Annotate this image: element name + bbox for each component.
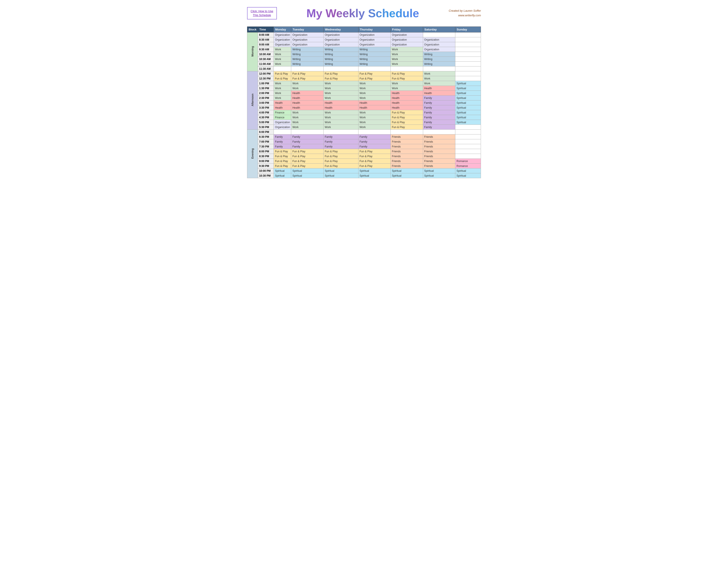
schedule-cell: Organization — [274, 125, 291, 130]
schedule-cell: Organization — [274, 37, 291, 42]
schedule-cell — [455, 134, 481, 139]
schedule-cell: Work — [391, 52, 423, 57]
schedule-cell: Family — [358, 139, 391, 144]
schedule-cell: Organization — [291, 37, 324, 42]
time-cell: 7:00 PM — [258, 139, 274, 144]
schedule-cell: Spiritual — [423, 173, 455, 178]
time-cell: 12:00 PM — [258, 71, 274, 76]
schedule-cell: Writing — [423, 62, 455, 66]
schedule-cell: Fun & Play — [358, 164, 391, 168]
how-to-use-line2: This Schedule — [253, 13, 271, 17]
schedule-cell: Friends — [423, 134, 455, 139]
schedule-cell — [455, 76, 481, 81]
schedule-cell: Family — [324, 144, 358, 149]
schedule-cell: Work — [274, 81, 291, 86]
time-cell: 1:00 PM — [258, 81, 274, 86]
schedule-cell: Work — [324, 115, 358, 120]
schedule-cell: Work — [358, 81, 391, 86]
page-header: Click: How to Use This Schedule My Weekl… — [247, 4, 481, 22]
table-row: 11:00 AMWorkWritingWritingWritingWorkWri… — [247, 62, 481, 66]
schedule-cell — [274, 66, 291, 71]
schedule-cell: Work — [391, 47, 423, 52]
time-cell: 1:30 PM — [258, 86, 274, 91]
schedule-cell: Family — [324, 139, 358, 144]
schedule-cell: Friends — [423, 154, 455, 159]
table-row: 9:30 PMFun & PlayFun & PlayFun & PlayFun… — [247, 164, 481, 168]
schedule-cell: Writing — [291, 57, 324, 62]
schedule-cell: Fun & Play — [391, 125, 423, 130]
schedule-cell: Fun & Play — [274, 149, 291, 154]
schedule-cell: Writing — [358, 57, 391, 62]
schedule-cell: Writing — [324, 62, 358, 66]
schedule-cell: Fun & Play — [391, 110, 423, 115]
author-info: Created by Lauren Soffer www.writerfly.c… — [449, 9, 481, 18]
schedule-cell — [455, 42, 481, 47]
schedule-cell: Family — [423, 100, 455, 105]
schedule-cell: Work — [291, 125, 324, 130]
schedule-table: Block Time Monday Tuesday Wednesday Thur… — [247, 26, 481, 178]
table-row: 8:00 PMFun & PlayFun & PlayFun & PlayFun… — [247, 149, 481, 154]
schedule-cell: Writing — [291, 52, 324, 57]
schedule-cell: Spiritual — [391, 168, 423, 173]
schedule-cell: Fun & Play — [324, 76, 358, 81]
schedule-cell: Romance — [455, 164, 481, 168]
table-row: 3:30 PMHealthHealthHealthHealthHealthFam… — [247, 105, 481, 110]
schedule-cell: Organization — [358, 32, 391, 37]
time-cell: 12:30 PM — [258, 76, 274, 81]
schedule-cell: Friends — [391, 134, 423, 139]
schedule-cell: Fun & Play — [274, 71, 291, 76]
table-row: 8:30 AMOrganizationOrganizationOrganizat… — [247, 37, 481, 42]
schedule-cell: Family — [423, 125, 455, 130]
schedule-cell: Family — [324, 134, 358, 139]
table-row: 4:00 PMFinanceWorkWorkWorkFun & PlayFami… — [247, 110, 481, 115]
schedule-cell: Spiritual — [455, 120, 481, 125]
schedule-cell: Spiritual — [291, 173, 324, 178]
table-row: 11:30 AM — [247, 66, 481, 71]
schedule-cell: Writing — [423, 52, 455, 57]
time-cell: 8:00 AM — [258, 32, 274, 37]
schedule-cell: Health — [291, 105, 324, 110]
schedule-cell: Spiritual — [455, 115, 481, 120]
table-row: 9:30 AMWorkWritingWritingWritingWorkOrga… — [247, 47, 481, 52]
schedule-cell: Health — [423, 91, 455, 96]
schedule-cell: Writing — [291, 47, 324, 52]
schedule-cell: Family — [274, 139, 291, 144]
schedule-cell — [358, 66, 391, 71]
schedule-cell: Work — [358, 86, 391, 91]
schedule-cell: Work — [324, 81, 358, 86]
schedule-cell: Work — [291, 110, 324, 115]
block-cell-afternoon: Afternoon — [247, 71, 258, 130]
header-tuesday: Tuesday — [291, 27, 324, 32]
schedule-cell: Fun & Play — [391, 115, 423, 120]
schedule-cell: Fun & Play — [274, 154, 291, 159]
schedule-cell: Organization — [391, 37, 423, 42]
schedule-cell: Health — [291, 91, 324, 96]
schedule-cell: Work — [291, 120, 324, 125]
schedule-cell: Organization — [423, 42, 455, 47]
schedule-cell: Fun & Play — [291, 76, 324, 81]
schedule-cell — [455, 125, 481, 130]
schedule-cell: Health — [391, 100, 423, 105]
author-website: www.writerfly.com — [458, 14, 481, 17]
schedule-cell: Work — [324, 91, 358, 96]
schedule-cell: Family — [291, 134, 324, 139]
schedule-cell — [455, 57, 481, 62]
schedule-cell: Fun & Play — [324, 164, 358, 168]
time-cell: 5:30 PM — [258, 125, 274, 130]
schedule-cell — [291, 130, 324, 134]
schedule-cell: Friends — [391, 139, 423, 144]
time-cell: 2:30 PM — [258, 96, 274, 100]
schedule-cell: Family — [423, 110, 455, 115]
time-cell: 4:30 PM — [258, 115, 274, 120]
schedule-cell: Writing — [324, 57, 358, 62]
table-row: 4:30 PMFinanceWorkWorkWorkFun & PlayFami… — [247, 115, 481, 120]
how-to-use-button[interactable]: Click: How to Use This Schedule — [247, 7, 277, 19]
time-cell: 9:00 AM — [258, 42, 274, 47]
schedule-cell: Friends — [391, 149, 423, 154]
schedule-cell: Fun & Play — [274, 76, 291, 81]
schedule-cell: Health — [291, 100, 324, 105]
time-cell: 3:00 PM — [258, 100, 274, 105]
block-cell-evening: Evening — [247, 130, 258, 178]
schedule-cell: Friends — [423, 139, 455, 144]
schedule-cell: Work — [291, 86, 324, 91]
